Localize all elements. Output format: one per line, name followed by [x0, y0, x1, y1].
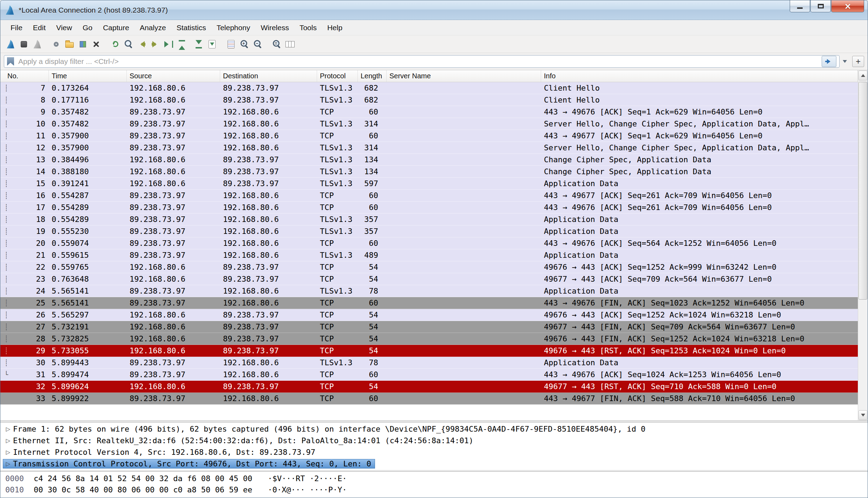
packet-row[interactable]: ┊ 24 5.565141 89.238.73.97 192.168.80.6 … [0, 285, 858, 297]
hex-row[interactable]: 001000 30 0c 58 40 00 80 06 00 00 c0 a8 … [5, 484, 868, 496]
packet-row[interactable]: ┊ 23 0.763648 192.168.80.6 89.238.73.97 … [0, 273, 858, 285]
column-header-no[interactable]: No. [0, 70, 49, 82]
packet-row[interactable]: ┊ 15 0.391241 192.168.80.6 89.238.73.97 … [0, 178, 858, 190]
menu-item[interactable]: Statistics [171, 20, 211, 35]
toolbar-button[interactable] [17, 37, 31, 51]
vertical-scrollbar[interactable] [858, 70, 868, 420]
menu-item[interactable]: Capture [98, 20, 134, 35]
packet-info: 443 → 49677 [FIN, ACK] Seq=588 Ack=710 W… [541, 393, 858, 404]
toolbar-button[interactable] [31, 37, 44, 51]
expand-arrow-icon[interactable]: ▷ [3, 449, 13, 456]
packet-row[interactable]: ┊ 28 5.732825 192.168.80.6 89.238.73.97 … [0, 333, 858, 345]
close-button[interactable] [831, 0, 864, 12]
toolbar-button[interactable] [192, 37, 205, 51]
toolbar-button[interactable] [122, 37, 135, 51]
column-header-length[interactable]: Length [358, 70, 387, 82]
toolbar-button[interactable] [63, 37, 76, 51]
packet-row[interactable]: ┊ 26 5.565297 192.168.80.6 89.238.73.97 … [0, 309, 858, 321]
toolbar-button[interactable] [270, 37, 283, 51]
menu-item[interactable]: Help [322, 20, 348, 35]
column-header-info[interactable]: Info [541, 70, 858, 82]
packet-row[interactable]: ┊ 19 0.555230 89.238.73.97 192.168.80.6 … [0, 225, 858, 237]
packet-row[interactable]: ┊ 21 0.559615 89.238.73.97 192.168.80.6 … [0, 249, 858, 261]
packet-row[interactable]: 32 5.899624 192.168.80.6 89.238.73.97 TC… [0, 381, 858, 393]
toolbar-button[interactable] [4, 37, 17, 51]
packet-bytes-pane[interactable]: 0000c4 24 56 8a 14 01 52 54 00 32 da f6 … [0, 471, 868, 498]
toolbar-button[interactable] [108, 37, 122, 51]
toolbar-button[interactable] [76, 37, 90, 51]
toolbar-button[interactable] [162, 37, 175, 51]
display-filter-field[interactable] [4, 55, 840, 68]
expand-arrow-icon[interactable]: ▷ [3, 426, 13, 432]
hex-row[interactable]: 0000c4 24 56 8a 14 01 52 54 00 32 da f6 … [5, 473, 868, 484]
packet-row[interactable]: ┊ 10 0.357482 89.238.73.97 192.168.80.6 … [0, 118, 858, 130]
maximize-button[interactable] [810, 0, 831, 12]
scroll-down-button[interactable] [859, 410, 867, 420]
packet-row[interactable]: ┊ 30 5.899443 89.238.73.97 192.168.80.6 … [0, 357, 858, 369]
packet-details-pane[interactable]: ▷Frame 1: 62 bytes on wire (496 bits), 6… [0, 422, 868, 470]
toolbar-button[interactable] [175, 37, 189, 51]
packet-row[interactable]: ┊ 27 5.732191 192.168.80.6 89.238.73.97 … [0, 321, 858, 333]
packet-row[interactable]: ┊ 12 0.357900 89.238.73.97 192.168.80.6 … [0, 142, 858, 154]
column-header-server-name[interactable]: Server Name [387, 70, 541, 82]
expand-arrow-icon[interactable]: ▷ [3, 460, 13, 467]
filter-expression-dropdown[interactable] [840, 56, 849, 67]
packet-server-name [387, 106, 541, 118]
menu-item[interactable]: Telephony [211, 20, 256, 35]
title-bar[interactable]: *Local Area Connection 2 (host 89.238.73… [0, 0, 868, 20]
menu-item[interactable]: Edit [28, 20, 51, 35]
expand-arrow-icon[interactable]: ▷ [3, 437, 13, 444]
packet-row[interactable]: ┊ 9 0.357482 89.238.73.97 192.168.80.6 T… [0, 106, 858, 118]
menu-item[interactable]: Wireless [255, 20, 294, 35]
menu-item[interactable]: View [51, 20, 77, 35]
scrollbar-thumb[interactable] [859, 82, 867, 300]
column-header-time[interactable]: Time [49, 70, 127, 82]
toolbar-button[interactable] [224, 37, 238, 51]
toolbar-button[interactable] [205, 37, 219, 51]
hex-row[interactable]: 002049 61 c2 0c 01 bb 9e 4f 2b 07 00 00 … [5, 496, 868, 498]
toolbar-button[interactable] [238, 37, 251, 51]
packet-row[interactable]: ┊ 29 5.733055 192.168.80.6 89.238.73.97 … [0, 345, 858, 357]
column-header-source[interactable]: Source [127, 70, 220, 82]
column-header-protocol[interactable]: Protocol [317, 70, 358, 82]
packet-row[interactable]: ┊ 13 0.384496 192.168.80.6 89.238.73.97 … [0, 154, 858, 166]
detail-row[interactable]: ▷Frame 1: 62 bytes on wire (496 bits), 6… [3, 423, 868, 435]
menu-item[interactable]: Go [77, 20, 98, 35]
toolbar-button[interactable] [135, 37, 149, 51]
packet-number: 26 [12, 309, 49, 321]
packet-row[interactable]: ┊ 11 0.357900 89.238.73.97 192.168.80.6 … [0, 130, 858, 142]
packet-row[interactable]: ┊ 25 5.565141 89.238.73.97 192.168.80.6 … [0, 297, 858, 309]
column-header-destination[interactable]: Destination [220, 70, 317, 82]
packet-row[interactable]: ┊ 22 0.559765 192.168.80.6 89.238.73.97 … [0, 261, 858, 273]
menu-item[interactable]: Analyze [134, 20, 171, 35]
packet-row[interactable]: 33 5.899922 89.238.73.97 192.168.80.6 TC… [0, 393, 858, 405]
toolbar-button[interactable] [50, 37, 63, 51]
toolbar-button[interactable] [251, 37, 264, 51]
scrollbar-track[interactable] [859, 81, 867, 410]
packet-row[interactable]: ┊ 14 0.388180 192.168.80.6 89.238.73.97 … [0, 166, 858, 178]
menu-item[interactable]: File [5, 20, 28, 35]
packet-row[interactable]: └ 31 5.899474 89.238.73.97 192.168.80.6 … [0, 369, 858, 381]
display-filter-input[interactable] [18, 57, 820, 66]
packet-row[interactable]: ┊ 16 0.554287 89.238.73.97 192.168.80.6 … [0, 190, 858, 202]
detail-row[interactable]: ▷Internet Protocol Version 4, Src: 192.1… [3, 446, 868, 458]
apply-filter-button[interactable] [822, 56, 836, 67]
toolbar-button[interactable] [149, 37, 162, 51]
packet-row[interactable]: ┊ 18 0.554289 89.238.73.97 192.168.80.6 … [0, 214, 858, 225]
packet-row[interactable]: ┊ 20 0.559074 89.238.73.97 192.168.80.6 … [0, 237, 858, 249]
detail-row[interactable]: ▷Transmission Control Protocol, Src Port… [3, 458, 868, 470]
add-filter-button[interactable]: + [852, 56, 864, 67]
packet-row[interactable]: ┊ 8 0.177116 192.168.80.6 89.238.73.97 T… [0, 94, 858, 106]
packet-info: 49677 → 443 [RST, ACK] Seq=710 Ack=588 W… [541, 381, 858, 392]
minimize-button[interactable] [790, 0, 810, 12]
toolbar-button[interactable] [90, 37, 103, 51]
packet-row[interactable]: ┊ 17 0.554289 89.238.73.97 192.168.80.6 … [0, 202, 858, 214]
filter-bookmark-icon[interactable] [7, 57, 14, 66]
menu-item[interactable]: Tools [294, 20, 322, 35]
packet-list[interactable]: ┊ 7 0.173264 192.168.80.6 89.238.73.97 T… [0, 82, 858, 420]
toolbar-button[interactable] [283, 37, 297, 51]
scroll-up-button[interactable] [859, 71, 867, 80]
packet-row[interactable]: ┊ 7 0.173264 192.168.80.6 89.238.73.97 T… [0, 82, 858, 94]
packet-time: 0.384496 [49, 154, 127, 165]
detail-row[interactable]: ▷Ethernet II, Src: RealtekU_32:da:f6 (52… [3, 435, 868, 446]
